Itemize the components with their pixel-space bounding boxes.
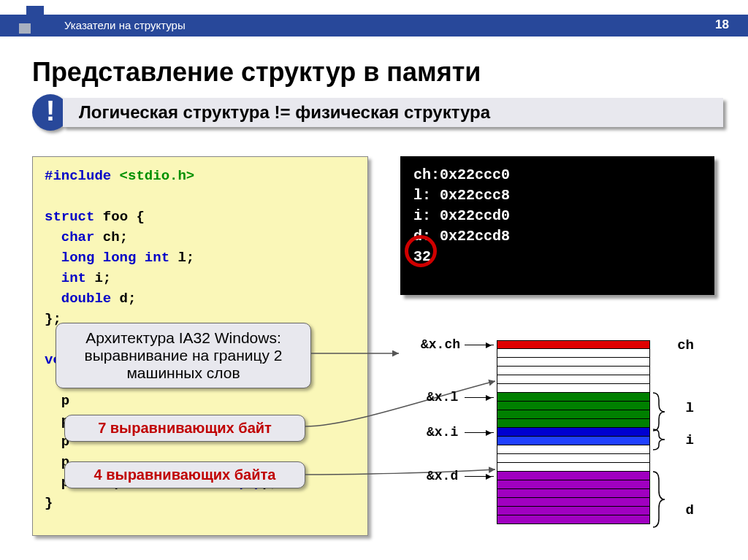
mem-byte-d — [497, 515, 650, 524]
mem-byte-d — [497, 507, 650, 515]
mem-addr-ch: &x.ch — [421, 337, 460, 352]
memory-diagram — [497, 340, 650, 524]
mem-byte-d — [497, 472, 650, 480]
callout-pad7: 7 выравнивающих байт — [64, 415, 305, 442]
arrow-l — [465, 397, 494, 398]
mem-byte-i — [497, 428, 650, 437]
mem-byte-d — [497, 489, 650, 498]
mem-field-i: i — [686, 432, 694, 448]
mem-byte-d — [497, 480, 650, 489]
mem-byte-pad — [497, 445, 650, 454]
breadcrumb-tab: Указатели на структуры — [51, 15, 199, 37]
arrow-i — [465, 432, 494, 433]
mem-byte-ch — [497, 340, 650, 349]
arrow-ch — [465, 345, 494, 345]
mem-byte-l — [497, 410, 650, 419]
mem-addr-l: &x.l — [427, 390, 458, 404]
mem-byte-d — [497, 498, 650, 507]
code-keyword: double — [45, 291, 111, 307]
mem-byte-l — [497, 402, 650, 410]
mem-byte-l — [497, 393, 650, 402]
console-output: ch:0x22ccc0 l: 0x22ccc8 i: 0x22ccd0 d: 0… — [400, 156, 714, 295]
subtitle: Логическая структура != физическая струк… — [63, 98, 723, 127]
arrow-d — [465, 476, 494, 477]
mem-byte-pad — [497, 349, 650, 358]
mem-byte-pad — [497, 454, 650, 463]
mem-byte-pad — [497, 367, 650, 375]
callout-arch: Архитектура IA32 Windows: выравнивание н… — [56, 323, 311, 388]
mem-byte-pad — [497, 463, 650, 472]
header-logo — [26, 6, 44, 23]
mem-byte-l — [497, 419, 650, 428]
code-keyword: #include — [45, 168, 111, 184]
mem-byte-pad — [497, 375, 650, 384]
brace-i — [652, 429, 666, 450]
highlight-circle — [405, 235, 437, 267]
code-keyword: char — [45, 229, 94, 245]
brace-d — [652, 472, 666, 527]
code-keyword: struct — [45, 209, 94, 225]
page-number: 18 — [715, 18, 729, 32]
mem-field-d: d — [686, 502, 694, 518]
mem-field-ch: ch — [677, 337, 694, 353]
mem-byte-i — [497, 437, 650, 445]
mem-byte-pad — [497, 358, 650, 367]
code-include: <stdio.h> — [111, 168, 194, 184]
mem-addr-i: &x.i — [427, 425, 458, 440]
mem-field-l: l — [686, 400, 694, 416]
mem-addr-d: &x.d — [427, 469, 458, 483]
callout-pad4: 4 выравнивающих байта — [64, 461, 305, 488]
brace-l — [652, 393, 666, 431]
mem-byte-pad — [497, 384, 650, 393]
code-keyword: int — [45, 270, 86, 286]
page-title: Представление структур в памяти — [32, 57, 481, 88]
code-keyword: long long int — [45, 250, 169, 266]
